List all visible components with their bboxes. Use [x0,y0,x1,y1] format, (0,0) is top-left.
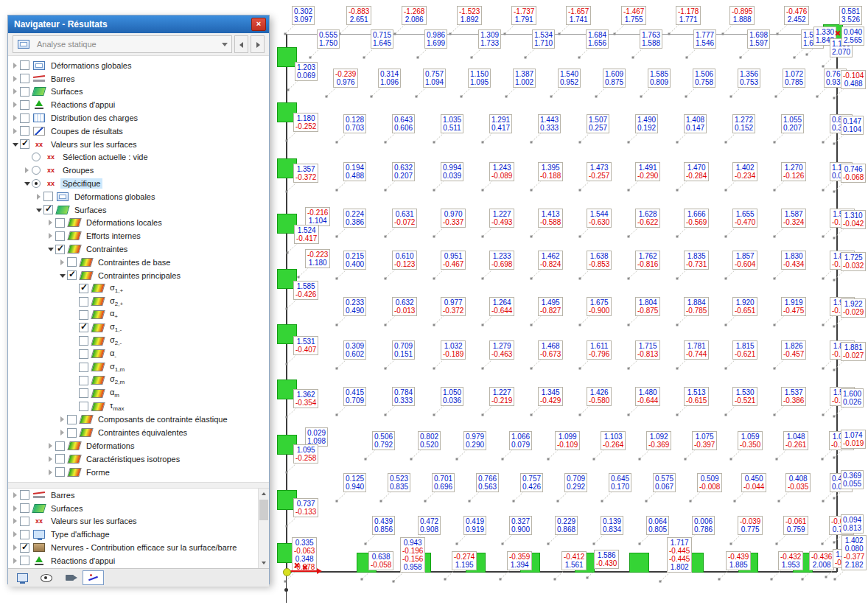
checkbox[interactable] [20,556,29,565]
tree-item-surfaces[interactable]: Surfaces [8,85,269,99]
tree-item-type-d-affichage[interactable]: Type d'affichage [8,528,259,541]
chevron-collapsed-icon[interactable] [11,517,20,525]
chevron-collapsed-icon[interactable] [46,468,55,477]
chevron-collapsed-icon[interactable] [11,74,20,83]
tree-item-r-actions-d-appui[interactable]: Réactions d'appui [8,554,259,567]
scroll-thumb[interactable] [259,500,268,520]
tree-item-σ2[interactable]: σ2,+ [8,295,269,308]
tree-item-groupes[interactable]: xxGroupes [8,164,269,177]
checkbox[interactable] [79,349,88,359]
checkbox[interactable] [20,530,29,539]
tree-item-d-formations-globales[interactable]: Déformations globales [8,190,269,203]
chevron-collapsed-icon[interactable] [46,218,55,227]
checkbox[interactable] [67,270,77,280]
chevron-collapsed-icon[interactable] [11,100,20,109]
tree-item-coupes-de-r-sultats[interactable]: Coupes de résultats [8,125,269,138]
tree-item-s-lection-actuelle-vide[interactable]: xxSélection actuelle : vide [8,151,269,164]
checkbox[interactable] [79,376,88,385]
results-values-button[interactable] [83,570,104,585]
checkbox[interactable] [20,126,29,136]
previous-case-button[interactable] [234,35,248,53]
tree-item-sp-cifique[interactable]: xxSpécifique [8,177,269,190]
origin-node[interactable] [283,568,291,576]
scroll-down-icon[interactable] [259,558,269,568]
tree-item-σ1[interactable]: σ1,- [8,321,269,335]
chevron-collapsed-icon[interactable] [11,87,20,96]
chevron-expanded-icon[interactable] [11,140,20,149]
checkbox[interactable] [20,139,29,149]
checkbox[interactable] [55,454,65,464]
tree-item-composants-de-contrainte-lastique[interactable]: Composants de contrainte élastique [8,413,269,427]
tree-item-contraintes-principales[interactable]: Contraintes principales [8,269,269,282]
tree-item-σ2[interactable]: σ2,- [8,335,269,348]
tree-item-distribution-des-charges[interactable]: Distribution des charges [8,111,269,125]
checkbox[interactable] [55,231,65,241]
tree-item-d-formations-locales[interactable]: Déformations locales [8,217,269,230]
chevron-collapsed-icon[interactable] [11,491,20,500]
chevron-collapsed-icon[interactable] [11,127,20,136]
chevron-collapsed-icon[interactable] [58,428,67,437]
tree-item-σ2-m[interactable]: σ2,m [8,374,269,387]
tree-item-forme[interactable]: Forme [8,466,269,479]
checkbox[interactable] [79,297,88,307]
tree-item-efforts-internes[interactable]: Efforts internes [8,229,269,242]
scroll-up-icon[interactable] [259,489,269,499]
chevron-collapsed-icon[interactable] [23,166,32,175]
chevron-collapsed-icon[interactable] [11,113,20,122]
tree-item-α[interactable]: α+ [8,308,269,321]
next-case-button[interactable] [251,35,265,53]
checkbox[interactable] [67,415,77,424]
chevron-collapsed-icon[interactable] [46,231,55,240]
checkbox[interactable] [20,503,29,513]
tree-item-barres[interactable]: Barres [8,489,259,502]
chevron-expanded-icon[interactable] [35,206,43,214]
tree-item-r-actions-d-appui[interactable]: Réactions d'appui [8,98,269,111]
chevron-expanded-icon[interactable] [46,245,55,253]
display-manager-button[interactable] [12,570,33,585]
tree-item-d-formations-globales[interactable]: Déformations globales [8,59,269,72]
tree-item-contraintes-de-base[interactable]: Contraintes de base [8,256,269,269]
checkbox[interactable] [20,490,29,500]
tree-item-barres[interactable]: Barres [8,72,269,85]
tree-item-surfaces[interactable]: Surfaces [8,203,269,217]
chevron-collapsed-icon[interactable] [11,504,20,513]
chevron-collapsed-icon[interactable] [11,530,20,539]
checkbox[interactable] [79,388,88,398]
chevron-collapsed-icon[interactable] [58,415,67,424]
checkbox[interactable] [43,192,53,201]
checkbox[interactable] [79,402,88,411]
scrollbar[interactable] [258,489,269,568]
chevron-collapsed-icon[interactable] [58,258,67,267]
checkbox[interactable] [79,363,88,372]
tree-item-caract-ristiques-isotropes[interactable]: Caractéristiques isotropes [8,452,269,466]
tree-item-α[interactable]: α- [8,348,269,361]
tree-item-valeurs-sur-les-surfaces[interactable]: xxValeurs sur les surfaces [8,138,269,151]
tree-item-valeurs-sur-les-surfaces[interactable]: xxValeurs sur les surfaces [8,515,259,528]
radio-button[interactable] [32,153,41,161]
tree-item-αm[interactable]: αm [8,387,269,400]
checkbox[interactable] [43,205,53,214]
chevron-collapsed-icon[interactable] [11,556,20,565]
checkbox[interactable] [55,218,65,228]
tree-item-τmax[interactable]: τmax [8,400,269,413]
checkbox[interactable] [20,100,29,110]
tree-item-d-formations[interactable]: Déformations [8,439,269,452]
checkbox[interactable] [79,323,88,332]
analysis-type-combobox[interactable]: Analyse statique [13,35,232,53]
tree-item-contraintes[interactable]: Contraintes [8,242,269,256]
camera-button[interactable] [59,570,80,585]
panel-titlebar[interactable]: Navigateur - Résultats [8,15,269,33]
chevron-collapsed-icon[interactable] [11,61,20,70]
checkbox[interactable] [55,245,65,254]
support-node[interactable] [629,553,649,573]
checkbox[interactable] [79,336,88,346]
chevron-expanded-icon[interactable] [58,271,67,280]
chevron-collapsed-icon[interactable] [46,441,55,450]
checkbox[interactable] [67,257,77,267]
checkbox[interactable] [79,310,88,320]
checkbox[interactable] [20,87,29,97]
radio-button[interactable] [32,166,41,175]
checkbox[interactable] [20,113,29,123]
close-icon[interactable] [251,18,266,31]
checkbox[interactable] [67,428,77,438]
